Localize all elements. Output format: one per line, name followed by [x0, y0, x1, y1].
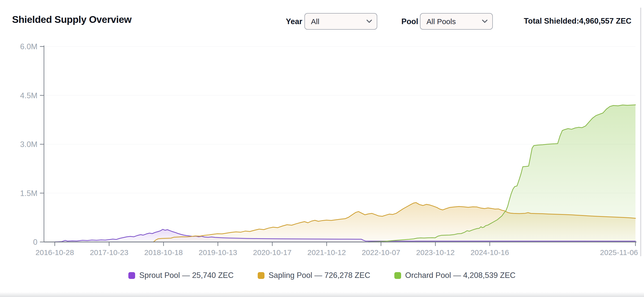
x-tick-label: 2025-11-06: [600, 248, 638, 257]
x-tick-label: 2016-10-28: [35, 248, 74, 257]
y-tick-label: 0: [33, 238, 37, 246]
legend-label: Sprout Pool — 25,740 ZEC: [139, 271, 234, 280]
legend-item-sapling: Sapling Pool — 726,278 ZEC: [258, 271, 370, 280]
total-shielded: Total Shielded:4,960,557 ZEC: [524, 17, 631, 26]
legend-label: Sapling Pool — 726,278 ZEC: [269, 271, 370, 280]
legend-label: Orchard Pool — 4,208,539 ZEC: [405, 271, 515, 280]
legend-item-sprout: Sprout Pool — 25,740 ZEC: [128, 271, 234, 280]
bottom-divider: [0, 292, 644, 297]
total-shielded-value: 4,960,557 ZEC: [579, 17, 631, 25]
x-tick-label: 2021-10-12: [307, 248, 346, 257]
pool-filter-label: Pool: [401, 17, 418, 26]
y-tick-label: 4.5M: [20, 91, 37, 100]
sapling-swatch-icon: [258, 272, 264, 279]
x-tick-label: 2022-10-07: [362, 248, 400, 257]
x-tick-label: 2020-10-17: [253, 248, 291, 257]
y-tick-label: 6.0M: [20, 42, 37, 51]
sprout-swatch-icon: [128, 272, 135, 279]
orchard-swatch-icon: [394, 272, 401, 279]
page-scrollbar[interactable]: [640, 8, 641, 256]
total-shielded-label: Total Shielded:: [524, 17, 579, 25]
year-select[interactable]: All: [304, 13, 377, 30]
x-tick-label: 2017-10-23: [90, 248, 128, 257]
page-title: Shielded Supply Overview: [12, 14, 132, 25]
shielded-supply-chart: 01.5M3.0M4.5M6.0M2016-10-282017-10-23201…: [0, 38, 644, 264]
y-tick-label: 3.0M: [20, 140, 37, 149]
legend-item-orchard: Orchard Pool — 4,208,539 ZEC: [394, 271, 515, 280]
x-tick-label: 2018-10-18: [144, 248, 183, 257]
year-filter: All: [304, 13, 377, 30]
pool-select[interactable]: All Pools: [420, 13, 493, 30]
x-tick-label: 2023-10-12: [416, 248, 455, 257]
x-tick-label: 2024-10-16: [470, 248, 509, 257]
pool-filter: All Pools: [420, 13, 493, 30]
y-tick-label: 1.5M: [20, 189, 37, 198]
chart-legend: Sprout Pool — 25,740 ZEC Sapling Pool — …: [0, 268, 644, 282]
year-filter-label: Year: [286, 17, 302, 26]
x-tick-label: 2019-10-13: [199, 248, 237, 257]
